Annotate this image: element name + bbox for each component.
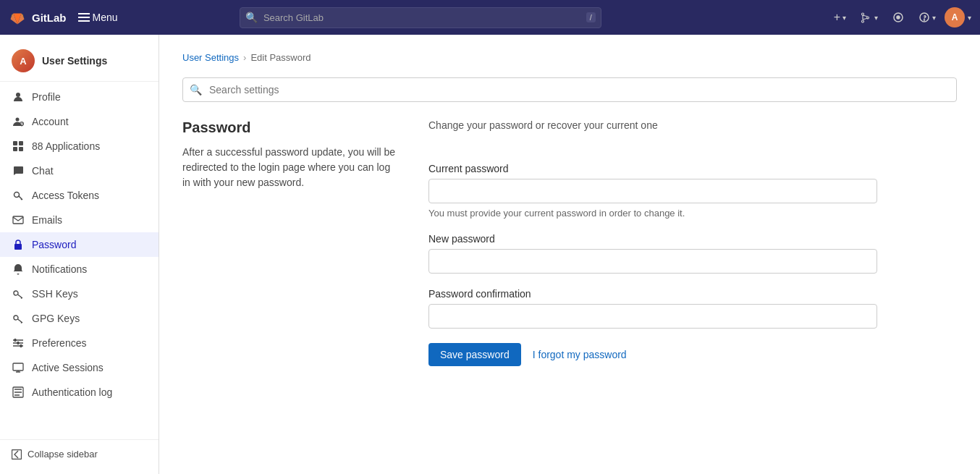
sidebar-user-header: A User Settings — [0, 41, 159, 82]
monitor-icon — [12, 361, 25, 374]
ssh-key-icon — [12, 287, 25, 300]
search-container: 🔍 / — [240, 7, 601, 28]
sidebar-item-label: Notifications — [32, 263, 87, 275]
svg-rect-1 — [78, 17, 90, 18]
sidebar-item-label: Chat — [32, 165, 54, 177]
current-password-input[interactable] — [428, 179, 877, 203]
current-password-group: Current password You must provide your c… — [428, 163, 877, 219]
user-avatar[interactable]: A — [945, 7, 965, 27]
svg-point-4 — [897, 16, 900, 19]
form-actions: Save password I forgot my password — [428, 343, 877, 366]
collapse-sidebar-label: Collapse sidebar — [28, 449, 98, 460]
svg-point-6 — [924, 20, 925, 20]
new-password-input[interactable] — [428, 249, 877, 274]
svg-rect-13 — [19, 147, 23, 151]
current-password-hint: You must provide your current password i… — [428, 208, 877, 219]
sidebar-item-access-tokens[interactable]: Access Tokens — [0, 183, 159, 208]
breadcrumb-parent[interactable]: User Settings — [182, 52, 239, 63]
chevron-down-icon: ▾ — [932, 14, 936, 22]
sidebar-item-label: Active Sessions — [32, 362, 104, 373]
issues-button[interactable] — [887, 7, 910, 27]
sidebar-item-label: Access Tokens — [32, 190, 99, 201]
svg-rect-16 — [14, 244, 22, 250]
gitlab-logo[interactable]: GitLab — [9, 9, 67, 26]
menu-button[interactable]: Menu — [72, 7, 124, 27]
grid-icon — [12, 140, 25, 153]
svg-point-14 — [14, 192, 20, 198]
svg-rect-2 — [78, 20, 90, 22]
svg-rect-22 — [13, 363, 23, 371]
sidebar-item-chat[interactable]: Chat — [0, 158, 159, 183]
logo-text: GitLab — [32, 12, 67, 24]
sidebar-item-applications[interactable]: 88 Applications — [0, 134, 159, 158]
search-input[interactable] — [240, 7, 601, 28]
chat-icon — [12, 164, 25, 177]
forgot-password-link[interactable]: I forgot my password — [533, 349, 627, 360]
save-password-button[interactable]: Save password — [428, 343, 521, 366]
sidebar-username: User Settings — [42, 55, 107, 67]
svg-rect-12 — [13, 147, 17, 151]
search-icon: 🔍 — [245, 12, 258, 23]
new-password-group: New password — [428, 233, 877, 274]
change-description: Change your password or recover your cur… — [428, 119, 877, 131]
new-button[interactable]: + ▾ — [828, 7, 852, 28]
sidebar-item-label: 88 Applications — [32, 140, 100, 152]
search-settings-icon: 🔍 — [190, 84, 202, 96]
sidebar-item-profile[interactable]: Profile — [0, 85, 159, 109]
help-button[interactable]: ▾ — [913, 7, 942, 27]
sidebar-item-auth-log[interactable]: Authentication log — [0, 380, 159, 405]
sidebar-item-active-sessions[interactable]: Active Sessions — [0, 355, 159, 380]
bell-icon — [12, 263, 25, 276]
person-icon — [12, 90, 25, 103]
gpg-key-icon — [12, 312, 25, 325]
breadcrumb: User Settings › Edit Password — [182, 52, 957, 63]
merge-requests-button[interactable]: ▾ — [855, 7, 884, 27]
sidebar-item-label: Profile — [32, 91, 61, 103]
lock-icon — [12, 238, 25, 251]
password-confirmation-group: Password confirmation — [428, 288, 877, 329]
search-settings-input[interactable] — [182, 77, 957, 102]
svg-rect-11 — [19, 141, 23, 145]
current-password-label: Current password — [428, 163, 877, 174]
menu-label: Menu — [93, 12, 118, 23]
sidebar-item-account[interactable]: Account — [0, 109, 159, 134]
slash-badge: / — [586, 12, 596, 22]
svg-rect-10 — [13, 141, 17, 145]
sidebar-item-label: Emails — [32, 214, 62, 226]
topnav-actions: + ▾ ▾ ▾ A ▾ — [828, 7, 971, 28]
password-form-section: Change your password or recover your cur… — [428, 119, 877, 366]
sidebar-item-label: GPG Keys — [32, 313, 80, 324]
page-layout: A User Settings Profile Account 88 Appli… — [0, 0, 980, 474]
chevron-down-icon: ▾ — [874, 14, 878, 22]
password-confirmation-label: Password confirmation — [428, 288, 877, 300]
sidebar-item-gpg-keys[interactable]: GPG Keys — [0, 306, 159, 331]
list-icon — [12, 386, 25, 399]
svg-rect-24 — [12, 449, 22, 459]
person-gear-icon — [12, 115, 25, 128]
search-settings-container: 🔍 — [182, 77, 957, 102]
content-grid: Password After a successful password upd… — [182, 119, 877, 366]
sidebar-item-label: Password — [32, 239, 76, 250]
topnav: GitLab Menu 🔍 / + ▾ ▾ ▾ A ▾ — [0, 0, 980, 35]
sidebar-item-label: Preferences — [32, 337, 86, 349]
email-icon — [12, 213, 25, 227]
password-description: After a successful password update, you … — [182, 145, 400, 190]
sidebar-item-emails[interactable]: Emails — [0, 208, 159, 232]
sidebar-item-preferences[interactable]: Preferences — [0, 331, 159, 355]
password-confirmation-input[interactable] — [428, 304, 877, 329]
sidebar-item-notifications[interactable]: Notifications — [0, 257, 159, 282]
svg-point-17 — [14, 291, 18, 295]
svg-rect-19 — [14, 339, 16, 342]
sidebar-item-label: SSH Keys — [32, 288, 78, 300]
svg-rect-21 — [20, 345, 22, 347]
breadcrumb-separator: › — [243, 52, 246, 63]
sliders-icon — [12, 337, 25, 350]
key-icon — [12, 189, 25, 202]
svg-point-18 — [14, 316, 18, 320]
collapse-sidebar-button[interactable]: Collapse sidebar — [0, 439, 159, 468]
sidebar-item-ssh-keys[interactable]: SSH Keys — [0, 282, 159, 306]
svg-rect-0 — [78, 13, 90, 14]
sidebar-item-label: Authentication log — [32, 386, 112, 398]
svg-point-7 — [16, 93, 20, 97]
sidebar-item-password[interactable]: Password — [0, 232, 159, 257]
